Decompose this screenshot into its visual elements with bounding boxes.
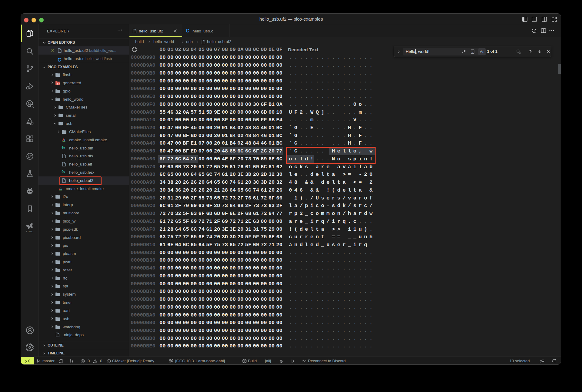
- svg-text:10: 10: [472, 52, 473, 53]
